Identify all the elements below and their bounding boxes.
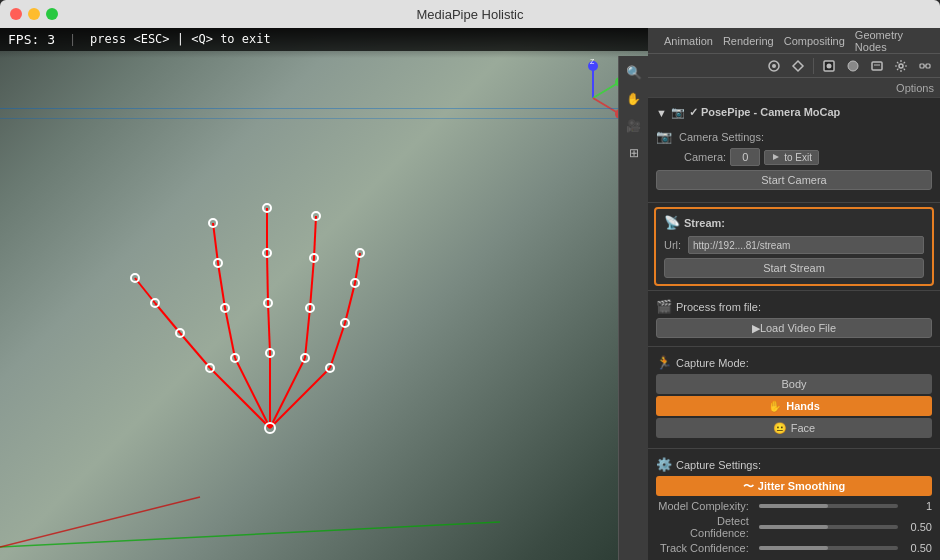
mode-body-button[interactable]: Body: [656, 374, 932, 394]
world-icon[interactable]: [842, 55, 864, 77]
svg-line-10: [235, 358, 270, 428]
stream-icon: 📡: [664, 215, 680, 230]
divider-3: [648, 346, 940, 347]
grid-icon[interactable]: ⊞: [622, 141, 646, 165]
scan-line-1: [0, 108, 618, 109]
mode-hands-button[interactable]: ✋ Hands: [656, 396, 932, 416]
viewport-icon-strip: 🔍 ✋ 🎥 ⊞: [618, 56, 648, 560]
svg-line-51: [0, 497, 200, 547]
svg-line-26: [330, 323, 345, 368]
model-complexity-slider[interactable]: [759, 504, 898, 508]
maximize-button[interactable]: [46, 8, 58, 20]
start-stream-button[interactable]: Start Stream: [664, 258, 924, 278]
minimize-button[interactable]: [28, 8, 40, 20]
camera-settings-block: 📷 Camera Settings: Camera: to Exit Sta: [648, 127, 940, 198]
camera-view-icon[interactable]: [763, 55, 785, 77]
capture-mode-section: 🏃 Capture Mode: Body ✋ Hands 😐 Face: [648, 351, 940, 444]
close-button[interactable]: [10, 8, 22, 20]
esc-hint: press <ESC> | <Q> to exit: [90, 32, 271, 47]
camera-label: Camera:: [684, 151, 726, 163]
blender-icon-row: [648, 54, 940, 78]
settings-icon[interactable]: [890, 55, 912, 77]
track-confidence-label: Track Confidence:: [656, 542, 755, 554]
svg-rect-60: [920, 64, 924, 68]
tab-geometry-nodes[interactable]: Geometry Nodes: [855, 29, 934, 53]
load-video-icon: ▶: [752, 322, 760, 335]
hand-icon[interactable]: ✋: [622, 87, 646, 111]
svg-line-27: [345, 283, 355, 323]
svg-line-9: [210, 368, 270, 428]
capture-icon: 🏃: [656, 355, 672, 370]
camera-icon[interactable]: 🎥: [622, 114, 646, 138]
camera-input-row: Camera: to Exit: [656, 148, 932, 166]
svg-line-6: [593, 98, 618, 113]
capture-settings-label: Capture Settings:: [676, 459, 761, 471]
load-video-row: ▶ Load Video File: [656, 318, 932, 338]
svg-point-53: [772, 64, 776, 68]
svg-line-23: [305, 308, 310, 358]
start-camera-button[interactable]: Start Camera: [656, 170, 932, 190]
viewport-shading-icon[interactable]: [787, 55, 809, 77]
to-exit-button[interactable]: to Exit: [764, 150, 819, 165]
svg-text:Z: Z: [590, 58, 595, 65]
svg-line-3: [593, 83, 618, 98]
detect-confidence-value: 0.50: [902, 521, 932, 533]
svg-line-13: [270, 368, 330, 428]
track-confidence-fill: [759, 546, 829, 550]
scan-line-2: [0, 118, 618, 119]
svg-line-19: [213, 223, 218, 263]
svg-rect-57: [872, 62, 882, 70]
constraint-icon[interactable]: [914, 55, 936, 77]
hands-icon: ✋: [768, 400, 782, 413]
divider-4: [648, 448, 940, 449]
tab-rendering[interactable]: Rendering: [723, 35, 774, 47]
camera-settings-label: Camera Settings:: [679, 131, 764, 143]
detect-confidence-slider[interactable]: [759, 525, 898, 529]
svg-line-21: [267, 253, 268, 303]
smoothing-icon: 〜: [743, 479, 754, 494]
model-complexity-value: 1: [902, 500, 932, 512]
process-block: 🎬 Process from file: ▶ Load Video File: [648, 295, 940, 342]
title-bar: MediaPipe Holistic: [0, 0, 940, 28]
track-confidence-row: Track Confidence: 0.50: [656, 542, 932, 554]
model-complexity-fill: [759, 504, 829, 508]
capture-mode-header: 🏃 Capture Mode:: [656, 355, 932, 370]
fps-display: FPS: 3: [8, 32, 55, 47]
window-title: MediaPipe Holistic: [417, 7, 524, 22]
app-window: MediaPipe Holistic FPS: 3 | press <ESC> …: [0, 0, 940, 560]
url-input[interactable]: [688, 236, 924, 254]
svg-rect-61: [926, 64, 930, 68]
video-top-bar: FPS: 3 | press <ESC> | <Q> to exit: [0, 28, 648, 51]
output-icon[interactable]: [866, 55, 888, 77]
divider-1: [648, 202, 940, 203]
svg-line-17: [225, 308, 235, 358]
load-video-button[interactable]: ▶ Load Video File: [656, 318, 932, 338]
right-area: Animation Rendering Compositing Geometry…: [648, 28, 940, 560]
stream-header: 📡 Stream:: [664, 215, 924, 230]
svg-point-56: [848, 61, 858, 71]
svg-line-14: [180, 333, 210, 368]
mode-face-button[interactable]: 😐 Face: [656, 418, 932, 438]
tab-compositing[interactable]: Compositing: [784, 35, 845, 47]
url-row: Url:: [664, 236, 924, 254]
options-label: Options: [896, 82, 934, 94]
camera-number-input[interactable]: [730, 148, 760, 166]
camera-settings-icon: 📷: [656, 129, 672, 144]
render-icon[interactable]: [818, 55, 840, 77]
tab-animation[interactable]: Animation: [664, 35, 713, 47]
options-bar: Options: [648, 78, 940, 98]
detect-confidence-row: Detect Confidence: 0.50: [656, 515, 932, 539]
svg-line-25: [314, 216, 316, 258]
properties-panel[interactable]: ▼ 📷 ✓ PosePipe - Camera MoCap 📷 Camera S…: [648, 98, 940, 560]
camera-settings-row: 📷 Camera Settings:: [656, 129, 932, 144]
svg-point-59: [899, 64, 903, 68]
zoom-icon[interactable]: 🔍: [622, 60, 646, 84]
video-canvas: FPS: 3 | press <ESC> | <Q> to exit Z Y: [0, 28, 648, 560]
jitter-smoothing-button[interactable]: 〜 Jitter Smoothing: [656, 476, 932, 496]
svg-point-55: [827, 63, 832, 68]
svg-line-15: [155, 303, 180, 333]
svg-line-24: [310, 258, 314, 308]
track-confidence-slider[interactable]: [759, 546, 898, 550]
video-area: FPS: 3 | press <ESC> | <Q> to exit Z Y: [0, 28, 648, 560]
svg-line-18: [218, 263, 225, 308]
